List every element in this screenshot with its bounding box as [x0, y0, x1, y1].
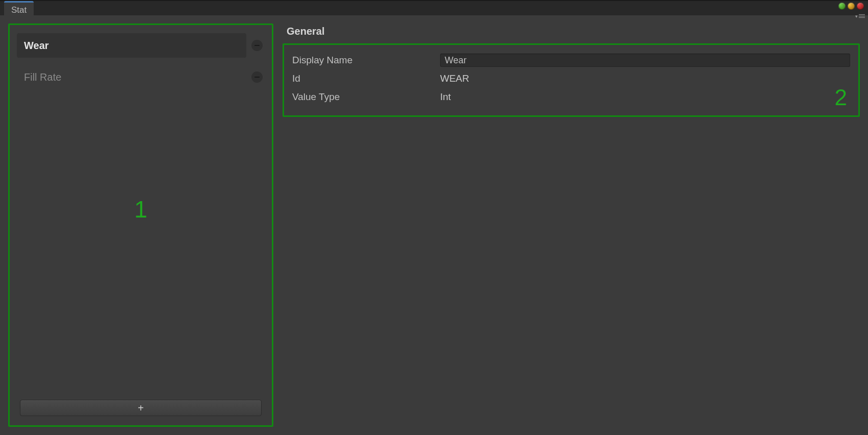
tab-label: Stat — [11, 5, 27, 15]
field-label: Display Name — [292, 55, 440, 66]
add-stat-button[interactable]: + — [20, 400, 262, 416]
stat-list: Wear Fill Rate — [17, 32, 265, 400]
editor-body: Wear Fill Rate 1 + General — [0, 15, 868, 435]
id-value: WEAR — [440, 73, 469, 84]
window-close-icon[interactable] — [857, 3, 864, 10]
details-box: Display Name Id WEAR Value Type Int 2 — [283, 43, 860, 117]
display-name-input[interactable] — [440, 54, 850, 67]
stat-item-label: Fill Rate — [24, 71, 61, 83]
minus-icon — [254, 45, 260, 46]
remove-stat-button[interactable] — [251, 71, 263, 83]
window-minimize-icon[interactable] — [838, 3, 846, 10]
field-value-type: Value Type Int — [292, 88, 850, 106]
stat-row: Fill Rate — [17, 64, 265, 90]
stat-item-wear[interactable]: Wear — [17, 33, 246, 58]
window-maximize-icon[interactable] — [848, 3, 855, 10]
stat-item-fill-rate[interactable]: Fill Rate — [17, 65, 246, 89]
stat-item-label: Wear — [24, 40, 49, 52]
value-type-value: Int — [440, 91, 451, 103]
plus-icon: + — [138, 402, 144, 414]
window-buttons — [838, 3, 864, 10]
panel-menu-icon[interactable]: ▾ — [855, 13, 865, 18]
stat-row: Wear — [17, 32, 265, 59]
stat-list-panel: Wear Fill Rate 1 + — [8, 23, 273, 427]
section-header-general: General — [283, 23, 860, 43]
minus-icon — [254, 77, 260, 78]
tab-stat[interactable]: Stat — [4, 1, 34, 15]
field-label: Value Type — [292, 91, 440, 103]
field-id: Id WEAR — [292, 69, 850, 88]
title-bar: Stat ▾ — [0, 1, 868, 15]
remove-stat-button[interactable] — [251, 40, 263, 51]
details-panel: General Display Name Id WEAR Value Type … — [283, 23, 860, 427]
field-label: Id — [292, 73, 440, 84]
field-display-name: Display Name — [292, 51, 850, 69]
